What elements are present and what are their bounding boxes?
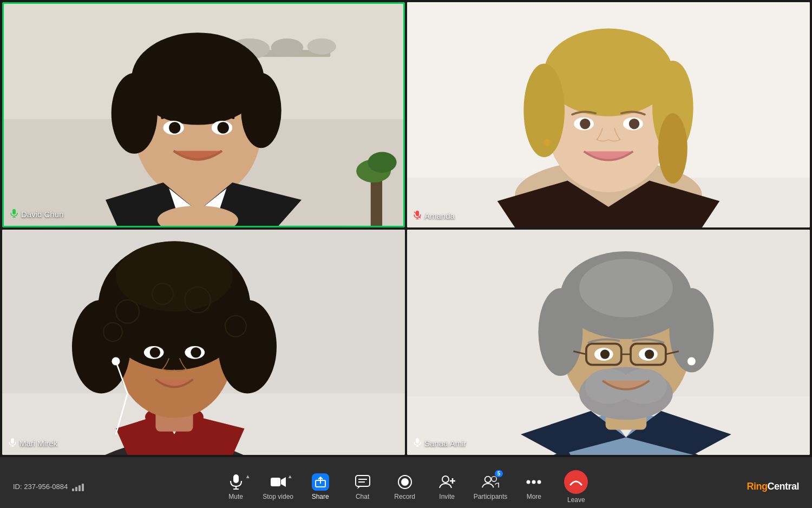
svg-point-89 [687, 357, 696, 365]
toolbar-left: ID: 237-956-0884 [13, 483, 100, 491]
svg-point-10 [112, 73, 158, 154]
svg-point-4 [271, 38, 304, 57]
stop-video-label: Stop video [263, 493, 293, 500]
more-button[interactable]: More [515, 469, 553, 505]
svg-point-110 [538, 480, 541, 484]
stop-video-button[interactable]: ▲ Stop video [259, 469, 297, 505]
participants-label: Participants [474, 493, 508, 500]
svg-point-61 [191, 347, 201, 357]
more-label: More [527, 493, 541, 500]
mute-chevron: ▲ [245, 473, 251, 479]
chat-button[interactable]: Chat [344, 469, 382, 505]
mic-icon-mari [9, 438, 16, 448]
sanaa-face-svg [407, 230, 810, 455]
signal-bar-4 [82, 484, 84, 491]
mic-icon-amanda [414, 211, 421, 221]
svg-point-36 [580, 119, 590, 129]
video-tile-mari-mirek: Mari Mirek [2, 230, 405, 455]
svg-rect-17 [371, 177, 382, 225]
chat-icon [354, 473, 371, 491]
svg-point-76 [579, 259, 673, 317]
brand-central: Central [767, 481, 799, 492]
svg-point-106 [485, 476, 491, 482]
svg-point-37 [629, 119, 639, 129]
invite-button[interactable]: Invite [428, 469, 466, 505]
signal-bar-2 [75, 487, 77, 491]
record-label: Record [394, 493, 415, 500]
svg-point-74 [538, 288, 582, 376]
participant-video-mari [2, 230, 405, 455]
svg-point-103 [442, 476, 449, 483]
svg-point-19 [368, 152, 396, 173]
svg-point-51 [218, 300, 277, 394]
amanda-name-label: Amanda [424, 211, 455, 220]
svg-point-102 [401, 478, 409, 486]
more-icon [525, 473, 542, 491]
leave-label: Leave [567, 496, 585, 504]
mute-label: Mute [228, 493, 243, 500]
video-tile-amanda: Amanda [407, 2, 810, 227]
video-tile-david-chun: David Chun [2, 2, 405, 227]
svg-point-14 [169, 122, 180, 133]
mic-icon-david [10, 209, 18, 219]
brand-ring: Ring [746, 481, 767, 492]
participant-video-david-chun [4, 4, 403, 226]
mic-icon-sanaa [414, 438, 421, 448]
toolbar-center: ▲ Mute ▲ Stop video [217, 466, 595, 508]
participant-video-amanda [407, 2, 810, 227]
participant-name-sanaa-amir: Sanaa Amir [414, 438, 467, 448]
svg-point-64 [112, 357, 120, 365]
svg-rect-96 [271, 478, 280, 486]
participants-badge: 5 [495, 470, 503, 477]
svg-point-60 [150, 347, 160, 357]
signal-bar-3 [78, 485, 81, 491]
participant-name-mari-mirek: Mari Mirek [9, 438, 57, 448]
share-button[interactable]: Share [302, 469, 339, 505]
svg-point-88 [645, 349, 654, 359]
stop-video-icon [270, 473, 287, 491]
leave-button[interactable]: Leave [557, 466, 595, 508]
sanaa-amir-name-label: Sanaa Amir [424, 439, 467, 448]
mari-face-svg [2, 230, 405, 455]
mari-mirek-name-label: Mari Mirek [19, 439, 57, 448]
brand-logo: RingCentral [746, 481, 799, 492]
invite-label: Invite [439, 493, 455, 500]
share-icon [312, 473, 329, 491]
svg-point-87 [600, 349, 610, 359]
svg-point-11 [241, 73, 281, 148]
stop-video-chevron: ▲ [287, 473, 293, 479]
participant-video-sanaa [407, 230, 810, 455]
record-button[interactable]: Record [386, 469, 424, 505]
toolbar: ID: 237-956-0884 ▲ Mute ▲ [0, 457, 812, 508]
svg-rect-90 [416, 438, 419, 444]
david-face-svg [4, 4, 403, 226]
svg-rect-20 [12, 209, 16, 214]
participant-name-david-chun: David Chun [10, 209, 63, 219]
share-label: Share [312, 493, 329, 500]
signal-bar-1 [72, 489, 74, 491]
mute-icon [227, 473, 245, 491]
video-tile-sanaa-amir: Sanaa Amir [407, 230, 810, 455]
toolbar-right: RingCentral [712, 481, 799, 492]
svg-rect-93 [233, 474, 239, 483]
svg-point-5 [307, 38, 336, 55]
mute-button[interactable]: ▲ Mute [217, 469, 255, 505]
participant-name-amanda: Amanda [414, 211, 455, 221]
svg-point-38 [543, 139, 551, 146]
amanda-face-svg [407, 2, 810, 227]
participants-button[interactable]: 5 Participants [470, 469, 511, 505]
david-chun-name-label: David Chun [21, 210, 63, 219]
svg-point-33 [658, 113, 687, 184]
svg-point-109 [532, 480, 536, 484]
record-icon [396, 473, 414, 491]
invite-icon [438, 473, 456, 491]
svg-rect-98 [356, 476, 370, 486]
svg-point-107 [492, 476, 496, 481]
meeting-id-label: ID: 237-956-0884 [13, 483, 68, 491]
leave-icon [564, 470, 588, 494]
signal-strength [72, 483, 84, 491]
svg-point-108 [527, 480, 531, 484]
svg-rect-65 [11, 438, 14, 444]
chat-label: Chat [356, 493, 369, 500]
svg-point-15 [218, 122, 229, 133]
